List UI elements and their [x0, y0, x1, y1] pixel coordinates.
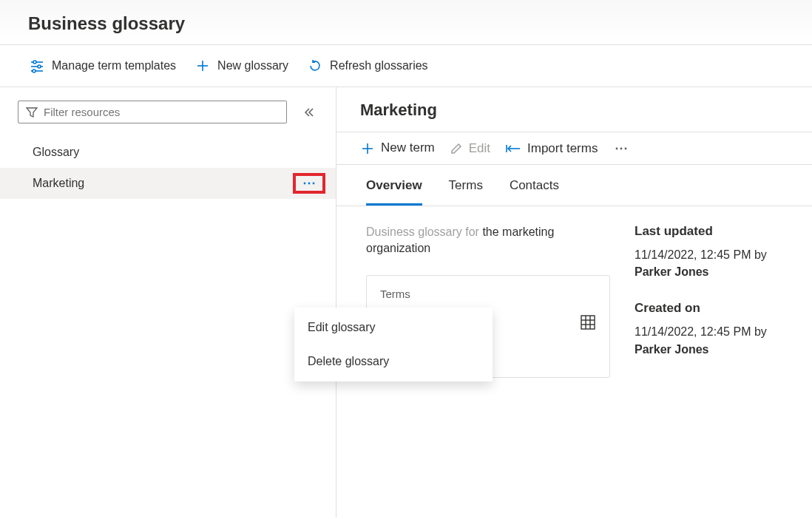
pencil-icon	[450, 141, 463, 156]
svg-point-10	[313, 183, 315, 185]
sidebar: Glossary Marketing Edit glossary Delete …	[0, 87, 336, 518]
chevron-double-left-icon	[303, 106, 315, 117]
new-term-button[interactable]: New term	[360, 140, 435, 156]
more-horizontal-icon	[615, 143, 627, 154]
svg-point-3	[38, 65, 41, 68]
svg-point-17	[625, 148, 627, 150]
last-updated-title: Last updated	[635, 224, 782, 239]
tree-item-marketing[interactable]: Marketing	[0, 168, 336, 199]
context-delete-glossary[interactable]: Delete glossary	[294, 345, 493, 379]
tree-item-label: Glossary	[33, 146, 79, 159]
tree-item-more-button[interactable]	[293, 173, 325, 194]
tab-contacts[interactable]: Contacts	[510, 178, 559, 206]
import-label: Import terms	[527, 141, 598, 156]
collapse-sidebar-button[interactable]	[300, 103, 318, 121]
filter-input-wrap[interactable]	[18, 101, 287, 123]
context-menu: Edit glossary Delete glossary	[294, 308, 493, 381]
created-user: Parker Jones	[635, 343, 709, 356]
refresh-label: Refresh glossaries	[330, 59, 428, 72]
filter-row	[0, 101, 336, 137]
import-terms-button[interactable]: Import terms	[505, 141, 598, 156]
new-term-label: New term	[381, 140, 435, 155]
terms-card-label: Terms	[380, 288, 596, 300]
detail-header: Marketing	[336, 87, 812, 132]
svg-point-8	[304, 183, 306, 185]
manage-templates-label: Manage term templates	[52, 59, 176, 72]
svg-rect-18	[581, 316, 595, 329]
tree-item-label: Marketing	[33, 177, 84, 190]
created-value: 11/14/2022, 12:45 PM by	[635, 325, 767, 338]
edit-label: Edit	[469, 141, 490, 156]
svg-point-9	[308, 183, 311, 185]
last-updated-value: 11/14/2022, 12:45 PM by	[635, 248, 767, 261]
detail-toolbar: New term Edit Import terms	[336, 132, 812, 165]
filter-input[interactable]	[38, 106, 279, 118]
import-arrow-icon	[505, 141, 521, 156]
detail-title: Marketing	[360, 101, 788, 120]
tab-terms[interactable]: Terms	[449, 178, 483, 206]
detail-more-button[interactable]	[612, 140, 630, 157]
detail-pane: Marketing New term Edit Import terms	[336, 87, 812, 518]
refresh-button[interactable]: Refresh glossaries	[306, 55, 430, 76]
created-title: Created on	[635, 301, 782, 316]
refresh-icon	[308, 58, 322, 73]
main-area: Glossary Marketing Edit glossary Delete …	[0, 87, 812, 518]
detail-tabs: Overview Terms Contacts	[336, 165, 812, 206]
plus-icon	[195, 58, 210, 73]
created-block: Created on 11/14/2022, 12:45 PM by Parke…	[635, 301, 782, 357]
last-updated-user: Parker Jones	[635, 265, 709, 278]
settings-sliders-icon	[30, 58, 44, 73]
tree-item-glossary[interactable]: Glossary	[0, 137, 336, 168]
manage-templates-button[interactable]: Manage term templates	[28, 55, 177, 76]
page-title: Business glossary	[28, 13, 784, 34]
new-glossary-label: New glossary	[217, 59, 288, 72]
context-edit-glossary[interactable]: Edit glossary	[294, 311, 493, 345]
svg-point-5	[33, 69, 35, 72]
page-header: Business glossary	[0, 0, 812, 45]
svg-point-1	[33, 61, 36, 64]
edit-button: Edit	[450, 141, 490, 156]
last-updated-block: Last updated 11/14/2022, 12:45 PM by Par…	[635, 224, 782, 280]
new-glossary-button[interactable]: New glossary	[194, 55, 290, 76]
created-text: 11/14/2022, 12:45 PM by Parker Jones	[635, 323, 782, 357]
overview-right: Last updated 11/14/2022, 12:45 PM by Par…	[635, 224, 782, 379]
filter-icon	[26, 106, 38, 118]
page-toolbar: Manage term templates New glossary Refre…	[0, 45, 812, 87]
glossary-description: Dusiness glossary for the marketing orga…	[366, 224, 612, 257]
glossary-tree: Glossary Marketing	[0, 137, 336, 199]
svg-point-16	[620, 148, 623, 150]
last-updated-text: 11/14/2022, 12:45 PM by Parker Jones	[635, 246, 782, 280]
description-partial: Dusiness glossary for	[366, 225, 479, 238]
table-grid-icon	[580, 314, 596, 330]
tab-overview[interactable]: Overview	[366, 178, 422, 206]
plus-icon	[360, 140, 375, 156]
svg-point-15	[616, 148, 618, 150]
